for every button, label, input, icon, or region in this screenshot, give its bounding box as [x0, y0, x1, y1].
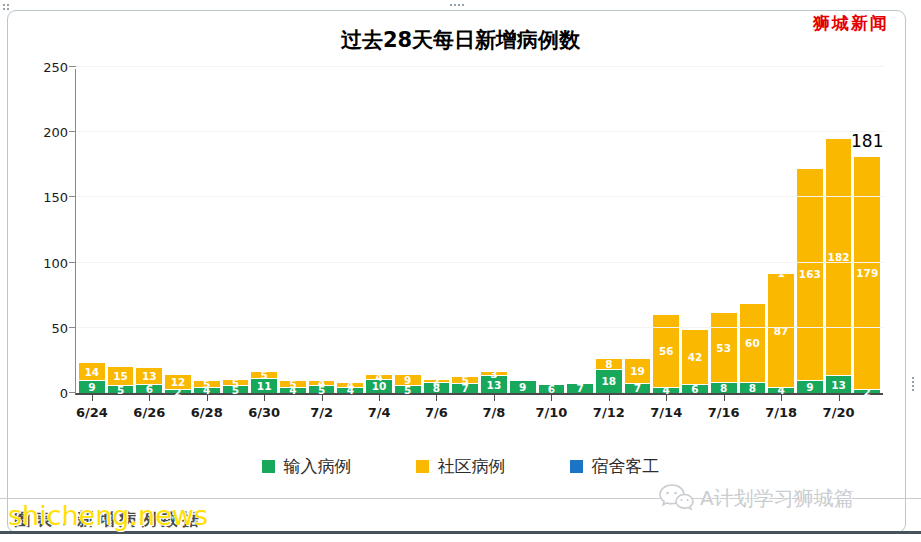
bar-segment: 8	[740, 383, 766, 393]
plot-area: 9146/245156136/26212456/28551156/3045547…	[75, 69, 883, 395]
bar-segment: 9	[395, 375, 421, 387]
bar-7/21: 2179181	[854, 157, 880, 393]
selection-handle-top-left[interactable]	[3, 4, 9, 10]
bar-value-label: 9	[393, 375, 423, 386]
bar-6/30: 1156/30	[251, 372, 277, 393]
y-axis-tick	[69, 196, 76, 197]
bar-7/2: 547/2	[309, 381, 335, 393]
bar-value-label: 42	[680, 352, 710, 363]
bar-value-label: 5	[249, 370, 279, 381]
x-axis-tick	[551, 395, 552, 401]
gridline	[76, 327, 884, 328]
bar-value-label: 18	[594, 376, 624, 387]
bar-value-label: 60	[738, 338, 768, 349]
bar-7/11: 7	[567, 384, 593, 393]
bar-7/7: 75	[452, 377, 478, 393]
bar-value-label: 19	[623, 366, 653, 377]
bar-value-label: 1	[766, 268, 796, 279]
bar-value-label: 8	[709, 383, 739, 394]
bar-segment: 14	[79, 363, 105, 381]
x-axis-label: 6/30	[248, 405, 280, 420]
legend-item: 社区病例	[416, 455, 506, 478]
bar-segment: 7	[567, 384, 593, 393]
x-axis-tick	[92, 395, 93, 401]
gridline	[76, 262, 884, 263]
bar-segment: 87	[768, 274, 794, 387]
bar-7/20: 131827/20	[826, 139, 852, 393]
x-axis-tick	[666, 395, 667, 401]
bars-container: 9146/245156136/26212456/28551156/3045547…	[76, 69, 883, 393]
bar-segment: 15	[108, 367, 134, 387]
bar-6/26: 6136/26	[136, 368, 162, 393]
legend-label: 社区病例	[438, 455, 506, 478]
bar-segment: 6	[682, 385, 708, 393]
bar-segment: 4	[653, 388, 679, 393]
bar-value-label: 6	[537, 384, 567, 395]
bar-segment: 60	[740, 304, 766, 382]
bar-value-label: 6	[134, 384, 164, 395]
bar-value-label: 179	[852, 268, 882, 279]
bar-segment: 5	[108, 386, 134, 393]
x-axis-label: 7/20	[823, 405, 855, 420]
y-axis-label: 0	[30, 386, 68, 401]
watermark-text: shicheng.news	[8, 500, 208, 531]
selection-handle-right-middle[interactable]	[912, 377, 914, 391]
screenshot-root: { "header": { "brand": "狮城新闻" }, "chart_…	[0, 0, 921, 542]
bar-segment: 13	[136, 368, 162, 385]
bar-segment: 2	[165, 390, 191, 393]
bar-7/16: 8537/16	[711, 313, 737, 393]
bar-7/5: 59	[395, 375, 421, 393]
gridline	[76, 131, 884, 132]
bar-segment: 8	[711, 383, 737, 393]
bar-6/24: 9146/24	[79, 363, 105, 393]
legend-swatch	[262, 460, 275, 473]
bar-segment: 163	[797, 169, 823, 382]
legend-item: 宿舍客工	[570, 455, 660, 478]
bar-7/10: 67/10	[539, 385, 565, 393]
bar-segment: 12	[165, 375, 191, 391]
y-axis-tick	[69, 327, 76, 328]
bar-value-label: 5	[450, 375, 480, 386]
y-axis-tick	[69, 66, 76, 67]
bar-segment: 19	[625, 359, 651, 384]
bar-segment: 9	[510, 381, 536, 393]
x-axis-label: 7/18	[765, 405, 797, 420]
x-axis-label: 7/12	[593, 405, 625, 420]
bar-value-label: 13	[134, 371, 164, 382]
gridline	[76, 66, 884, 67]
bar-segment: 6	[539, 385, 565, 393]
bar-segment: 5	[194, 381, 220, 388]
bar-value-label: 4	[335, 379, 365, 390]
bar-segment: 4	[768, 388, 794, 393]
bar-value-label: 182	[824, 252, 854, 263]
bar-segment: 11	[251, 379, 277, 393]
bar-segment: 4	[337, 383, 363, 388]
bar-7/15: 642	[682, 330, 708, 393]
bar-segment: 5	[395, 386, 421, 393]
legend-label: 宿舍客工	[592, 455, 660, 478]
bar-7/19: 9163	[797, 169, 823, 393]
bar-segment: 5	[280, 381, 306, 388]
chart-title: 过去28天每日新增病例数	[0, 26, 921, 54]
bar-segment: 2	[424, 380, 450, 383]
x-axis-tick	[322, 395, 323, 401]
bar-7/12: 1887/12	[596, 359, 622, 393]
bar-segment: 9	[797, 381, 823, 393]
bar-value-label: 15	[106, 371, 136, 382]
bar-segment: 5	[251, 372, 277, 379]
bar-value-label: 4	[364, 372, 394, 383]
x-axis-tick	[436, 395, 437, 401]
y-axis-tick	[69, 392, 76, 393]
bar-value-label: 5	[278, 379, 308, 390]
x-axis-label: 7/10	[535, 405, 567, 420]
bar-value-label: 9	[77, 382, 107, 393]
bar-segment: 5	[452, 377, 478, 384]
bar-value-label: 8	[594, 359, 624, 370]
bar-segment: 7	[625, 384, 651, 393]
bar-segment: 9	[79, 381, 105, 393]
bar-7/18: 48717/18	[768, 273, 794, 393]
bar-value-label: 4	[307, 378, 337, 389]
selection-handle-top-middle[interactable]	[450, 4, 464, 6]
bar-7/1: 45	[280, 381, 306, 393]
bar-value-label: 56	[651, 346, 681, 357]
